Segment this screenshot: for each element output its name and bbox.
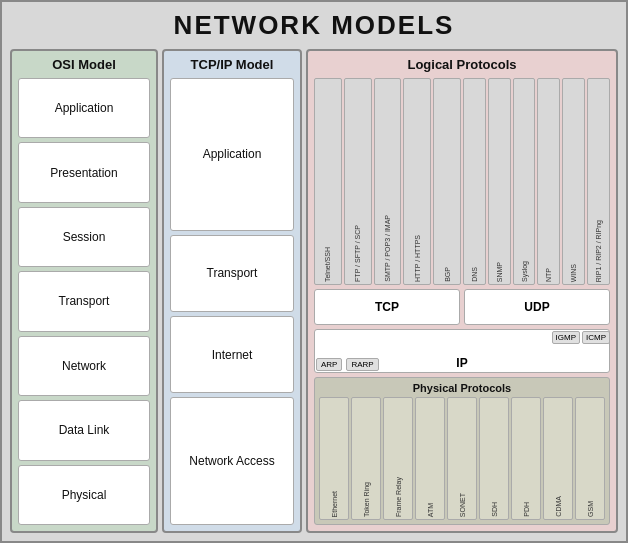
tcpip-layer-transport: Transport [170,235,294,312]
pp-bars: EthernetToken RingFrame RelayATMSONETSDH… [319,397,605,520]
physical-protocols: Physical Protocols EthernetToken RingFra… [314,377,610,525]
right-bars: DNSSNMPSyslogNTPWINSRIP1 / RIP2 / RIPng [463,78,610,285]
osi-title: OSI Model [18,57,150,72]
physical-protocol-bar: PDH [511,397,541,520]
left-bars: Telnet/SSHFTP / SFTP / SCPSMTP / POP3 / … [314,78,461,285]
right-protocol-bar: NTP [537,78,560,285]
physical-protocol-bar: GSM [575,397,605,520]
ip-sub-row: IGMPICMP [552,331,610,344]
physical-protocol-bar: CDMA [543,397,573,520]
osi-layer: Transport [18,271,150,331]
main-content: OSI Model ApplicationPresentationSession… [10,49,618,533]
physical-protocol-bar: SDH [479,397,509,520]
left-protocol-bar: HTTP / HTTPS [403,78,431,285]
logical-title: Logical Protocols [314,57,610,72]
osi-layer: Network [18,336,150,396]
left-protocol-bar: FTP / SFTP / SCP [344,78,372,285]
tcpip-layer-internet: Internet [170,316,294,393]
right-protocol-bar: SNMP [488,78,511,285]
osi-model: OSI Model ApplicationPresentationSession… [10,49,158,533]
physical-protocol-bar: SONET [447,397,477,520]
tcpip-layer-network-access: Network Access [170,397,294,525]
arp-box: RARP [346,358,378,371]
logical-protocols: Logical Protocols Telnet/SSHFTP / SFTP /… [306,49,618,533]
right-protocol-bar: DNS [463,78,486,285]
left-protocol-bar: BGP [433,78,461,285]
physical-protocol-bar: Token Ring [351,397,381,520]
osi-layer: Physical [18,465,150,525]
lp-inner: Telnet/SSHFTP / SFTP / SCPSMTP / POP3 / … [314,78,610,525]
tcpip-title: TCP/IP Model [170,57,294,72]
osi-layer: Application [18,78,150,138]
tcpip-model: TCP/IP Model ApplicationTransportInterne… [162,49,302,533]
left-protocol-bar: SMTP / POP3 / IMAP [374,78,402,285]
osi-layers: ApplicationPresentationSessionTransportN… [18,78,150,525]
vertical-bars-row: Telnet/SSHFTP / SFTP / SCPSMTP / POP3 / … [314,78,610,285]
app-container: NETWORK MODELS OSI Model ApplicationPres… [0,0,628,543]
physical-protocol-bar: ATM [415,397,445,520]
right-protocol-bar: Syslog [513,78,536,285]
right-protocol-bar: RIP1 / RIP2 / RIPng [587,78,610,285]
left-protocol-bar: Telnet/SSH [314,78,342,285]
ip-sub-box: ICMP [582,331,610,344]
osi-layer: Session [18,207,150,267]
page-title: NETWORK MODELS [10,10,618,41]
arp-box: ARP [316,358,342,371]
tcp-box: TCP [314,289,460,325]
right-protocol-bar: WINS [562,78,585,285]
udp-box: UDP [464,289,610,325]
pp-title: Physical Protocols [319,382,605,394]
physical-protocol-bar: Frame Relay [383,397,413,520]
ip-sub-box: IGMP [552,331,580,344]
tcpip-layer-application: Application [170,78,294,231]
osi-layer: Data Link [18,400,150,460]
osi-layer: Presentation [18,142,150,202]
ip-row: IP IGMPICMP ARPRARP [314,329,610,373]
physical-protocol-bar: Ethernet [319,397,349,520]
tcpip-layers: ApplicationTransportInternetNetwork Acce… [170,78,294,525]
tcp-udp-row: TCP UDP [314,289,610,325]
arp-rarp-row: ARPRARP [316,358,379,371]
